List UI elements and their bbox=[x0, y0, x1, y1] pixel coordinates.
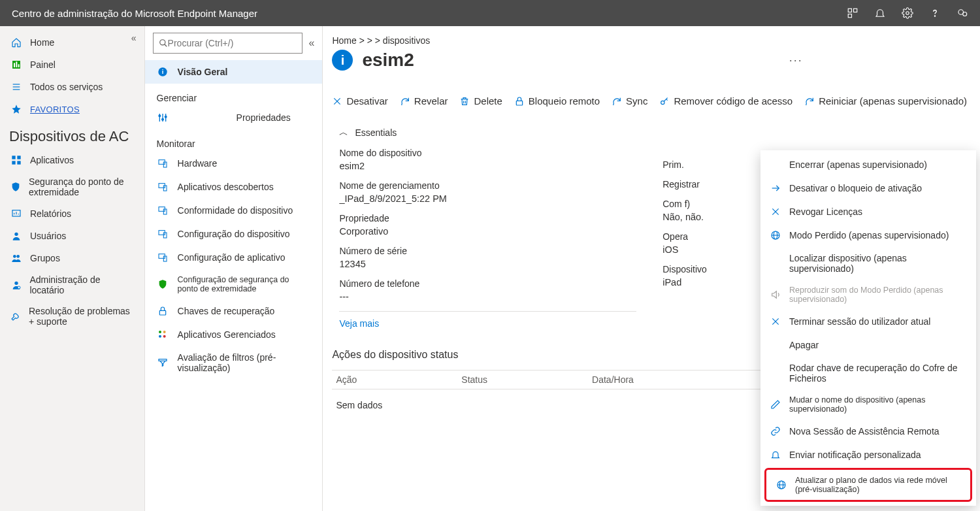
search-input[interactable] bbox=[168, 38, 297, 48]
collapse-left-icon[interactable]: « bbox=[131, 33, 137, 43]
field-left-2: PropriedadeCorporativo bbox=[339, 213, 636, 237]
monitor-item-8[interactable]: Avaliação de filtros (pré-visualização) bbox=[145, 346, 323, 379]
cmd-5[interactable]: Remover código de acesso bbox=[659, 95, 792, 107]
svg-point-50 bbox=[159, 335, 161, 338]
ctx-item-11[interactable]: Enviar notificação personalizada bbox=[760, 443, 976, 467]
essentials-toggle[interactable]: ︿ Essentials bbox=[339, 127, 636, 139]
gear-icon[interactable] bbox=[902, 7, 913, 19]
help-icon[interactable] bbox=[929, 7, 941, 19]
ctx-item-10[interactable]: Nova Sessão de Assistência Remota bbox=[760, 420, 976, 443]
monitor-item-5[interactable]: Configuração de segurança do ponto de ex… bbox=[145, 269, 323, 299]
subnav-overview[interactable]: i Visão Geral bbox=[145, 60, 323, 84]
svg-rect-1 bbox=[854, 8, 857, 12]
monitor-item-6[interactable]: Chaves de recuperação bbox=[145, 299, 323, 323]
nav2-item-6[interactable]: Resolução de problemas + suporte bbox=[0, 301, 144, 332]
shield-green-icon bbox=[157, 278, 169, 290]
topbar-icons bbox=[847, 7, 968, 19]
filter-icon bbox=[157, 357, 169, 369]
monitor-item-7[interactable]: Aplicativos Gerenciados bbox=[145, 323, 323, 346]
nav2-item-4[interactable]: Grupos bbox=[0, 247, 144, 269]
svg-rect-10 bbox=[18, 64, 20, 67]
device-icon bbox=[157, 181, 169, 193]
nav-item-1[interactable]: Painel bbox=[0, 54, 144, 76]
link-icon bbox=[770, 425, 781, 437]
field-left-1: Nome de gerenciamento_IPad_8/9/2021_5:22… bbox=[339, 180, 636, 204]
monitor-item-2[interactable]: Conformidade do dispositivo bbox=[145, 199, 323, 222]
chevron-up-icon: ︿ bbox=[339, 127, 348, 139]
monitor-item-1[interactable]: Aplicativos descobertos bbox=[145, 175, 323, 199]
ctx-item-8[interactable]: Rodar chave de recuperação do Cofre de F… bbox=[760, 357, 976, 389]
directory-icon[interactable] bbox=[847, 7, 858, 19]
left-nav: « HomePainelTodos os serviçosFAVORITOS D… bbox=[0, 26, 145, 511]
cmd-4[interactable]: Sync bbox=[612, 95, 647, 107]
svg-point-51 bbox=[163, 335, 165, 338]
nav2-item-5[interactable]: Administração de locatário bbox=[0, 269, 144, 301]
cmd-6[interactable]: Reiniciar (apenas supervisionado) bbox=[804, 95, 967, 107]
none-icon bbox=[770, 339, 781, 351]
report-icon bbox=[10, 208, 22, 220]
cmd-0[interactable]: Desativar bbox=[332, 95, 387, 107]
svg-rect-2 bbox=[848, 14, 851, 18]
ctx-item-12[interactable]: Atualizar o plano de dados via rede móve… bbox=[766, 470, 970, 500]
ctx-item-9[interactable]: Mudar o nome do dispositivo (apenas supe… bbox=[760, 389, 976, 420]
manage-item-0[interactable]: Propriedades bbox=[145, 106, 323, 129]
svg-rect-14 bbox=[12, 156, 15, 159]
device-icon bbox=[157, 157, 169, 169]
see-more-link[interactable]: Veja mais bbox=[339, 311, 636, 329]
highlight-ctx: Atualizar o plano de dados via rede móve… bbox=[764, 468, 972, 502]
search-icon bbox=[159, 39, 168, 48]
list-icon bbox=[10, 81, 22, 93]
ctx-item-7[interactable]: Apagar bbox=[760, 333, 976, 357]
sound-icon bbox=[770, 289, 781, 301]
svg-point-23 bbox=[13, 255, 16, 258]
more-icon[interactable]: ··· bbox=[789, 54, 803, 67]
collapse-subnav-icon[interactable]: « bbox=[309, 37, 315, 49]
monitor-item-3[interactable]: Configuração do dispositivo bbox=[145, 222, 323, 246]
feedback-icon[interactable] bbox=[956, 7, 968, 19]
field-left-0: Nome do dispositivoesim2 bbox=[339, 148, 636, 171]
svg-point-25 bbox=[14, 282, 18, 285]
apps-icon bbox=[157, 329, 169, 340]
refresh-icon bbox=[400, 96, 410, 107]
svg-point-48 bbox=[159, 331, 161, 333]
cmd-3[interactable]: Bloqueio remoto bbox=[514, 95, 600, 107]
ctx-item-2[interactable]: Revogar Licenças bbox=[760, 200, 976, 223]
nav-item-3[interactable]: FAVORITOS bbox=[0, 98, 144, 120]
ctx-item-6[interactable]: Terminar sessão do utilizador atual bbox=[760, 310, 976, 333]
monitor-item-4[interactable]: Configuração de aplicativo bbox=[145, 246, 323, 269]
x-icon bbox=[332, 96, 342, 107]
ctx-item-0[interactable]: Encerrar (apenas supervisionado) bbox=[760, 153, 976, 176]
bell-icon[interactable] bbox=[874, 7, 886, 19]
field-left-3: Número de série12345 bbox=[339, 246, 636, 269]
nav2-item-3[interactable]: Usuários bbox=[0, 225, 144, 247]
shield-icon bbox=[10, 181, 21, 193]
cmd-1[interactable]: Revelar bbox=[400, 95, 448, 107]
page-info-icon: i bbox=[332, 50, 353, 71]
svg-rect-0 bbox=[848, 8, 851, 12]
none-icon bbox=[770, 159, 781, 171]
nav-item-2[interactable]: Todos os serviços bbox=[0, 76, 144, 98]
lock-icon bbox=[514, 96, 525, 107]
ctx-item-4[interactable]: Localizar dispositivo (apenas supervisio… bbox=[760, 247, 976, 280]
breadcrumb[interactable]: Home > > > dispositivos bbox=[332, 35, 967, 46]
ctx-item-5: Reproduzir som do Modo Perdido (apenas s… bbox=[760, 280, 976, 310]
context-menu: Encerrar (apenas supervisionado)Desativa… bbox=[760, 150, 976, 506]
ctx-item-3[interactable]: Modo Perdido (apenas supervisionado) bbox=[760, 223, 976, 247]
info-icon: i bbox=[157, 66, 169, 78]
cmd-2[interactable]: Delete bbox=[459, 95, 502, 107]
admin-icon bbox=[10, 279, 22, 291]
none-icon bbox=[770, 257, 781, 269]
ctx-item-1[interactable]: Desativar o bloqueio de ativação bbox=[760, 176, 976, 200]
nav2-item-2[interactable]: Relatórios bbox=[0, 203, 144, 225]
status-col-0: Ação bbox=[336, 374, 357, 385]
x-icon bbox=[770, 316, 781, 327]
status-col-1: Status bbox=[461, 374, 487, 385]
nav2-item-0[interactable]: Aplicativos bbox=[0, 149, 144, 171]
svg-rect-17 bbox=[17, 161, 20, 164]
nav-item-0[interactable]: Home bbox=[0, 31, 144, 54]
svg-point-27 bbox=[159, 40, 165, 45]
nav2-item-1[interactable]: Segurança do ponto de extremidade bbox=[0, 171, 144, 203]
none-icon bbox=[770, 367, 781, 379]
search-box[interactable] bbox=[153, 33, 302, 54]
monitor-item-0[interactable]: Hardware bbox=[145, 152, 323, 175]
